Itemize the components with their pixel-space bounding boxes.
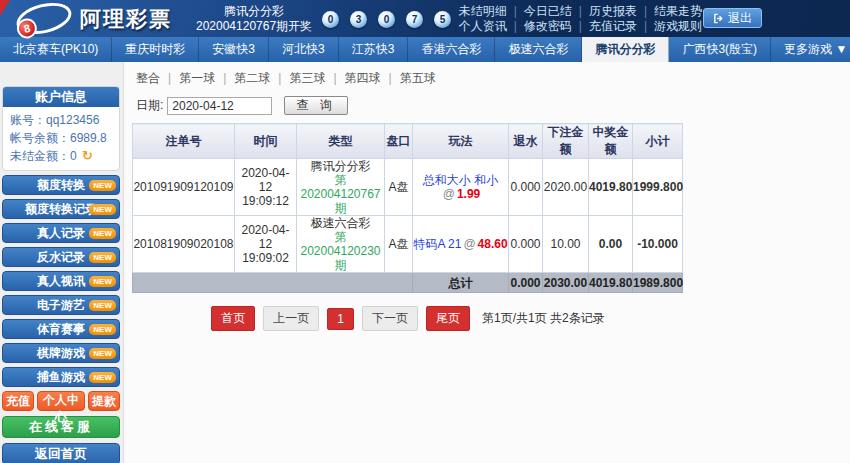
sidebar-action-row: 充值 个人中心 提款 — [2, 391, 120, 411]
col-pan: 盘口 — [385, 124, 413, 159]
subnav-item-ball4[interactable]: 第四球 — [325, 71, 380, 85]
col-win-amount: 中奖金额 — [589, 124, 633, 159]
deposit-button[interactable]: 充值 — [2, 391, 34, 411]
subnav-item-ball5[interactable]: 第五球 — [381, 71, 436, 85]
personal-center-button[interactable]: 个人中心 — [37, 391, 85, 411]
sidebar-item-board-games[interactable]: 棋牌游戏NEW — [2, 343, 120, 363]
online-service-button[interactable]: 在线客服 — [2, 416, 120, 438]
nav-item-anhui-k3[interactable]: 安徽快3 — [199, 37, 269, 62]
account-username: qq123456 — [46, 113, 99, 127]
account-username-row: 账号：qq123456 — [10, 111, 112, 129]
logout-icon — [713, 13, 724, 24]
subnav-item-ball3[interactable]: 第三球 — [270, 71, 325, 85]
draw-game-name: 腾讯分分彩 — [196, 4, 312, 19]
nav-item-jisu-lhc[interactable]: 极速六合彩 — [495, 37, 582, 62]
date-label: 日期: — [136, 97, 163, 114]
search-button[interactable]: 查 询 — [284, 96, 347, 115]
link-game-rules[interactable]: 游戏规则 — [637, 19, 702, 33]
nav-item-cqssc[interactable]: 重庆时时彩 — [112, 37, 199, 62]
account-info-title: 账户信息 — [3, 87, 119, 107]
sidebar-item-slots[interactable]: 电子游艺NEW — [2, 295, 120, 315]
link-history-report[interactable]: 历史报表 — [572, 4, 637, 18]
nav-item-hebei-k3[interactable]: 河北快3 — [269, 37, 339, 62]
new-badge: NEW — [89, 252, 116, 263]
cell-rebate: 0.000 — [509, 216, 543, 273]
ball-subnav: 整合第一球第二球第三球第四球第五球 — [130, 62, 850, 87]
date-input[interactable] — [167, 97, 272, 115]
sidebar-item-sports[interactable]: 体育赛事NEW — [2, 319, 120, 339]
cell-subtotal: 1999.800 — [633, 159, 683, 216]
sidebar-item-credit-transfer[interactable]: 额度转换NEW — [2, 175, 120, 195]
lottery-ball: 7 — [406, 11, 423, 28]
account-info-panel: 账户信息 账号：qq123456 帐号余额：6989.8 未结金额：0 ↻ — [2, 86, 120, 171]
cell-bet: 10.00 — [543, 216, 589, 273]
link-deposit-record[interactable]: 充值记录 — [572, 19, 637, 33]
sidebar-item-fishing-games[interactable]: 捕鱼游戏NEW — [2, 367, 120, 387]
back-home-button[interactable]: 返回首页 — [2, 443, 120, 463]
header-links: 未结明细今日已结历史报表结果走势 个人资讯修改密码充值记录游戏规则 — [459, 4, 702, 34]
cell-win: 0.00 — [589, 216, 633, 273]
lottery-ball: 5 — [434, 11, 451, 28]
table-row: 201091909120109 2020-04-1219:09:12 腾讯分分彩… — [133, 159, 683, 216]
pagination-first-button[interactable]: 首页 — [211, 306, 255, 331]
subnav-item-ball2[interactable]: 第二球 — [215, 71, 270, 85]
new-badge: NEW — [89, 228, 116, 239]
page: 8 阿理彩票 腾讯分分彩 202004120767期开奖 0 3 0 7 5 未… — [0, 0, 850, 463]
nav-item-more-games[interactable]: 更多游戏 ▼ — [771, 37, 850, 62]
pagination-page-1-button[interactable]: 1 — [327, 308, 354, 330]
account-unsettled: 0 — [70, 149, 77, 163]
game-nav: 北京赛车(PK10) 重庆时时彩 安徽快3 河北快3 江苏快3 香港六合彩 极速… — [0, 37, 850, 62]
nav-item-jiangsu-k3[interactable]: 江苏快3 — [339, 37, 409, 62]
lottery-ball: 3 — [350, 11, 367, 28]
nav-item-txffc-active[interactable]: 腾讯分分彩 — [582, 37, 669, 62]
top-header: 8 阿理彩票 腾讯分分彩 202004120767期开奖 0 3 0 7 5 未… — [0, 0, 850, 37]
sidebar-item-live-record[interactable]: 真人记录NEW — [2, 223, 120, 243]
pagination: 首页 上一页 1 下一页 尾页 第1页/共1页 共2条记录 — [130, 306, 682, 331]
total-subtotal: 1989.800 — [633, 273, 683, 293]
link-change-password[interactable]: 修改密码 — [507, 19, 572, 33]
subnav-item-all[interactable]: 整合 — [136, 71, 160, 85]
cell-pan: A盘 — [385, 159, 413, 216]
cell-time: 2020-04-1219:09:12 — [235, 159, 297, 216]
sidebar-item-rebate-record[interactable]: 反水记录NEW — [2, 247, 120, 267]
sidebar-item-live-casino[interactable]: 真人视讯NEW — [2, 271, 120, 291]
total-spacer — [133, 273, 413, 293]
pagination-prev-button[interactable]: 上一页 — [263, 306, 319, 331]
link-result-trend[interactable]: 结果走势 — [637, 4, 702, 18]
total-bet: 2030.00 — [543, 273, 589, 293]
new-badge: NEW — [89, 372, 116, 383]
cell-bet: 2020.00 — [543, 159, 589, 216]
cell-play: 总和大小 和小@1.99 — [413, 159, 509, 216]
new-badge: NEW — [89, 204, 116, 215]
refresh-balance-icon[interactable]: ↻ — [82, 148, 93, 163]
cell-rebate: 0.000 — [509, 159, 543, 216]
logout-button[interactable]: 退出 — [703, 8, 762, 28]
nav-item-hk-lhc[interactable]: 香港六合彩 — [408, 37, 495, 62]
cell-order-no: 201091909120109 — [133, 159, 235, 216]
lottery-ball: 0 — [322, 11, 339, 28]
brand-logo[interactable]: 8 阿理彩票 — [16, 2, 172, 35]
withdraw-button[interactable]: 提款 — [88, 391, 120, 411]
subnav-item-ball1[interactable]: 第一球 — [160, 71, 215, 85]
table-row: 201081909020108 2020-04-1219:09:02 极速六合彩… — [133, 216, 683, 273]
pagination-info: 第1页/共1页 共2条记录 — [482, 310, 605, 327]
total-label: 总计 — [413, 273, 509, 293]
pagination-next-button[interactable]: 下一页 — [362, 306, 418, 331]
pagination-last-button[interactable]: 尾页 — [426, 306, 470, 331]
cell-win: 4019.80 — [589, 159, 633, 216]
cell-type: 极速六合彩第 202004120230 期 — [297, 216, 385, 273]
nav-item-guangxi-k3[interactable]: 广西快3(殷宝) — [669, 37, 771, 62]
brand-name: 阿理彩票 — [80, 5, 172, 33]
col-subtotal: 小计 — [633, 124, 683, 159]
draw-balls: 0 3 0 7 5 — [322, 11, 451, 28]
new-badge: NEW — [89, 180, 116, 191]
account-unsettled-row: 未结金额：0 ↻ — [10, 147, 112, 165]
logout-label: 退出 — [728, 10, 752, 27]
link-settled-today[interactable]: 今日已结 — [507, 4, 572, 18]
sidebar-item-transfer-record[interactable]: 额度转换记录NEW — [2, 199, 120, 219]
nav-item-pk10[interactable]: 北京赛车(PK10) — [0, 37, 112, 62]
new-badge: NEW — [89, 300, 116, 311]
cell-pan: A盘 — [385, 216, 413, 273]
link-unsettled[interactable]: 未结明细 — [459, 4, 507, 18]
link-profile[interactable]: 个人资讯 — [459, 19, 507, 33]
